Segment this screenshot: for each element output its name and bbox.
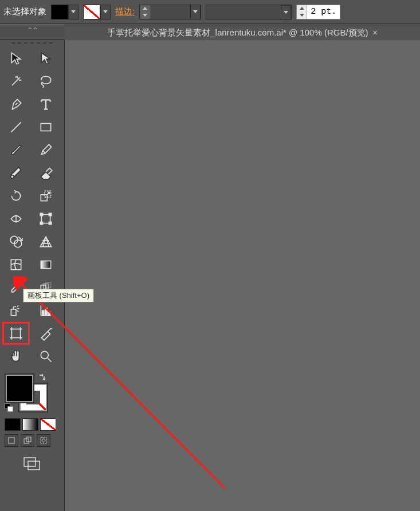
stroke-weight-dropdown[interactable] [190,5,201,19]
gradient-tool[interactable] [33,254,58,275]
svg-point-26 [42,439,45,442]
close-tab-icon[interactable]: × [373,28,378,37]
direct-selection-tool[interactable] [33,48,58,69]
svg-point-1 [11,175,14,178]
hand-tool[interactable] [3,346,29,367]
zoom-tool[interactable] [33,346,58,367]
blob-brush-tool[interactable] [3,163,29,183]
mesh-tool[interactable] [3,254,29,275]
pt-down[interactable] [297,12,307,19]
color-solid-button[interactable] [5,418,21,431]
column-graph-tool[interactable] [33,300,58,321]
stroke-weight-field[interactable] [139,5,201,19]
stroke-weight-up[interactable] [140,5,150,12]
svg-rect-8 [49,222,51,224]
draw-normal-button[interactable] [5,434,18,447]
lasso-tool[interactable] [33,71,58,92]
document-tab-title: 手掌托举爱心背景矢量素材_lanrentuku.com.ai* @ 100% (… [107,27,368,38]
svg-rect-22 [9,438,14,443]
svg-point-21 [41,351,48,359]
artboard-tool[interactable] [3,323,29,344]
draw-modes-row [0,432,64,449]
svg-rect-0 [41,124,50,131]
svg-rect-6 [49,213,51,215]
canvas-area[interactable] [65,40,420,511]
svg-rect-18 [45,308,47,316]
color-none-button[interactable] [40,418,56,431]
options-bar: 未选择对象 描边: 2 pt. [0,0,420,24]
symbol-sprayer-tool[interactable] [3,300,29,321]
variable-width-profile[interactable] [206,5,292,19]
magic-wand-tool[interactable] [3,71,29,92]
svg-rect-7 [40,222,42,224]
screen-mode-button[interactable] [19,454,45,474]
svg-rect-16 [11,309,16,316]
pen-tool[interactable] [3,94,29,115]
stroke-dropdown-button[interactable] [100,5,111,19]
tools-panel [0,40,65,511]
artboard-tool-tooltip: 画板工具 (Shift+O) [23,289,94,302]
slice-tool[interactable] [33,323,58,344]
fill-color-box[interactable] [6,375,33,402]
stroke-none-swatch [83,5,100,19]
free-transform-tool[interactable] [33,209,58,229]
pencil-tool[interactable] [33,140,58,160]
svg-rect-11 [11,260,21,269]
stroke-weight-pt-field[interactable]: 2 pt. [296,5,340,19]
width-tool[interactable] [3,209,29,229]
fill-color-swatch [51,5,68,19]
rectangle-tool[interactable] [33,117,58,137]
fill-dropdown-button[interactable] [68,5,78,19]
selection-tool[interactable] [3,48,29,69]
perspective-grid-tool[interactable] [33,231,58,252]
svg-rect-19 [48,312,50,316]
fill-stroke-section [0,370,64,417]
swap-fill-stroke-icon[interactable] [38,374,46,383]
pt-up[interactable] [297,5,307,12]
selection-status: 未选择对象 [3,6,46,17]
svg-rect-5 [40,213,42,215]
type-tool[interactable] [33,94,58,115]
scale-tool[interactable] [33,186,58,206]
color-gradient-button[interactable] [22,418,38,431]
shape-builder-tool[interactable] [3,231,29,252]
paintbrush-tool[interactable] [3,140,29,160]
eraser-tool[interactable] [33,163,58,183]
svg-rect-27 [24,458,36,466]
rotate-tool[interactable] [3,186,29,206]
line-segment-tool[interactable] [3,117,29,137]
svg-rect-20 [11,329,20,337]
svg-rect-28 [28,461,40,470]
color-mode-row [0,417,64,432]
draw-inside-button[interactable] [37,434,50,447]
stroke-swatch-control[interactable] [83,5,111,19]
svg-rect-12 [41,261,50,269]
stroke-weight-down[interactable] [140,12,150,19]
tools-panel-collapse[interactable] [0,24,65,40]
document-tab-bar: 手掌托举爱心背景矢量素材_lanrentuku.com.ai* @ 100% (… [65,24,420,40]
svg-rect-2 [41,195,47,201]
default-fill-stroke-icon[interactable] [5,403,14,412]
fill-swatch-control[interactable] [51,5,78,19]
svg-rect-17 [42,310,44,316]
variable-width-dropdown[interactable] [281,5,291,20]
document-tab[interactable]: 手掌托举爱心背景矢量素材_lanrentuku.com.ai* @ 100% (… [65,24,420,40]
stroke-section-label[interactable]: 描边: [115,6,135,17]
draw-behind-button[interactable] [21,434,34,447]
